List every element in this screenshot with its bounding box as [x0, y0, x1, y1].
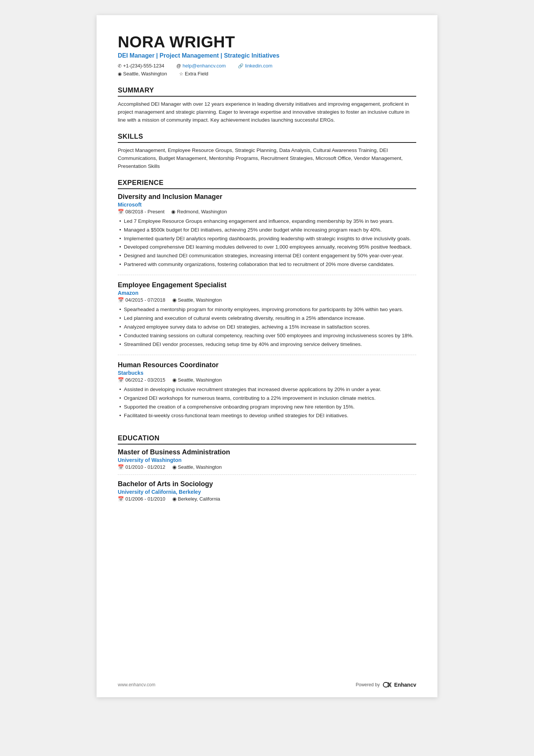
location-icon-3: ◉ [172, 377, 176, 383]
candidate-title: DEI Manager | Project Management | Strat… [118, 52, 416, 59]
company-name-3: Starbucks [118, 370, 416, 376]
bullet-item: Implemented quarterly DEI analytics repo… [118, 235, 416, 243]
job-title-1: Diversity and Inclusion Manager [118, 193, 416, 201]
bullet-item: Organized DEI workshops for numerous tea… [118, 394, 416, 402]
bullet-item: Partnered with community organizations, … [118, 261, 416, 269]
education-title: EDUCATION [118, 434, 416, 445]
footer-website: www.enhancv.com [118, 682, 155, 687]
company-name-1: Microsoft [118, 202, 416, 208]
star-icon: ☆ [179, 71, 183, 77]
edu-degree-1: Master of Business Administration [118, 448, 416, 456]
job-location-1: ◉ Redmond, Washington [171, 209, 227, 214]
phone-icon: ✆ [118, 63, 122, 69]
job-location-3: ◉ Seattle, Washington [172, 377, 222, 383]
job-date-1: 📅 08/2018 - Present [118, 209, 164, 214]
edu-entry-uw: Master of Business Administration Univer… [118, 448, 416, 475]
summary-title: SUMMARY [118, 86, 416, 97]
edu-school-1: University of Washington [118, 457, 416, 463]
bullet-item: Led planning and execution of cultural e… [118, 315, 416, 322]
edu-location-1: ◉ Seattle, Washington [172, 464, 222, 470]
experience-section: EXPERIENCE Diversity and Inclusion Manag… [118, 179, 416, 426]
job-title-3: Human Resources Coordinator [118, 361, 416, 369]
resume-page: NORA WRIGHT DEI Manager | Project Manage… [97, 15, 437, 697]
bullet-item: Facilitated bi-weekly cross-functional t… [118, 412, 416, 420]
bullet-item: Managed a $500k budget for DEI initiativ… [118, 226, 416, 234]
bullet-item: Spearheaded a mentorship program for min… [118, 306, 416, 314]
job-meta-2: 📅 04/2015 - 07/2018 ◉ Seattle, Washingto… [118, 297, 416, 303]
bullet-item: Supported the creation of a comprehensiv… [118, 403, 416, 411]
powered-by-text: Powered by [356, 682, 379, 687]
job-meta-3: 📅 06/2012 - 03/2015 ◉ Seattle, Washingto… [118, 377, 416, 383]
experience-title: EXPERIENCE [118, 179, 416, 189]
job-date-2: 📅 04/2015 - 07/2018 [118, 297, 166, 303]
contact-email: @ help@enhancv.com [176, 63, 226, 69]
skills-title: SKILLS [118, 133, 416, 143]
enhancv-logo: Enhancv [382, 681, 416, 688]
location-icon: ◉ [118, 71, 122, 77]
bullet-item: Designed and launched DEI communication … [118, 252, 416, 260]
summary-text: Accomplished DEI Manager with over 12 ye… [118, 100, 416, 124]
job-location-2: ◉ Seattle, Washington [172, 297, 222, 303]
location-icon-edu2: ◉ [172, 496, 176, 502]
location-icon-2: ◉ [172, 297, 176, 303]
edu-meta-1: 📅 01/2010 - 01/2012 ◉ Seattle, Washingto… [118, 464, 416, 470]
skills-section: SKILLS Project Management, Employee Reso… [118, 133, 416, 171]
enhancv-brand-name: Enhancv [394, 682, 416, 688]
calendar-icon-3: 📅 [118, 377, 124, 383]
email-icon: @ [176, 63, 181, 69]
education-section: EDUCATION Master of Business Administrat… [118, 434, 416, 506]
footer: www.enhancv.com Powered by Enhancv [118, 681, 416, 688]
job-title-2: Employee Engagement Specialist [118, 281, 416, 289]
location-icon-1: ◉ [171, 209, 175, 214]
edu-date-1: 📅 01/2010 - 01/2012 [118, 464, 166, 470]
edu-school-2: University of California, Berkeley [118, 489, 416, 495]
edu-date-2: 📅 01/2006 - 01/2010 [118, 496, 166, 502]
contact-row-1: ✆ +1-(234)-555-1234 @ help@enhancv.com 🔗… [118, 63, 416, 70]
calendar-icon-edu2: 📅 [118, 496, 124, 502]
job-entry-amazon: Employee Engagement Specialist Amazon 📅 … [118, 281, 416, 355]
footer-brand: Powered by Enhancv [356, 681, 416, 688]
summary-section: SUMMARY Accomplished DEI Manager with ov… [118, 86, 416, 124]
bullet-item: Developed comprehensive DEI learning mod… [118, 243, 416, 251]
contact-phone: ✆ +1-(234)-555-1234 [118, 63, 164, 69]
edu-meta-2: 📅 01/2006 - 01/2010 ◉ Berkeley, Californ… [118, 496, 416, 502]
location-icon-edu1: ◉ [172, 464, 176, 470]
linkedin-icon: 🔗 [238, 63, 244, 69]
candidate-name: NORA WRIGHT [118, 33, 416, 51]
job-date-3: 📅 06/2012 - 03/2015 [118, 377, 166, 383]
enhancv-logo-icon [382, 681, 393, 688]
job-meta-1: 📅 08/2018 - Present ◉ Redmond, Washingto… [118, 209, 416, 214]
calendar-icon-2: 📅 [118, 297, 124, 303]
bullet-item: Assisted in developing inclusive recruit… [118, 386, 416, 394]
bullet-item: Led 7 Employee Resource Groups enhancing… [118, 218, 416, 225]
edu-entry-ucb: Bachelor of Arts in Sociology University… [118, 480, 416, 506]
edu-location-2: ◉ Berkeley, California [172, 496, 220, 502]
contact-linkedin: 🔗 linkedin.com [238, 63, 272, 69]
calendar-icon-1: 📅 [118, 209, 124, 214]
job-entry-microsoft: Diversity and Inclusion Manager Microsof… [118, 193, 416, 275]
job-bullets-1: Led 7 Employee Resource Groups enhancing… [118, 218, 416, 269]
contact-location: ◉ Seattle, Washington [118, 71, 167, 77]
bullet-item: Analyzed employee survey data to advise … [118, 323, 416, 331]
job-entry-starbucks: Human Resources Coordinator Starbucks 📅 … [118, 361, 416, 426]
bullet-item: Conducted training sessions on cultural … [118, 332, 416, 340]
contact-extra: ☆ Extra Field [179, 71, 208, 77]
job-bullets-3: Assisted in developing inclusive recruit… [118, 386, 416, 420]
company-name-2: Amazon [118, 290, 416, 296]
calendar-icon-edu1: 📅 [118, 464, 124, 470]
contact-row-2: ◉ Seattle, Washington ☆ Extra Field [118, 71, 416, 78]
skills-text: Project Management, Employee Resource Gr… [118, 147, 416, 171]
edu-degree-2: Bachelor of Arts in Sociology [118, 480, 416, 488]
job-bullets-2: Spearheaded a mentorship program for min… [118, 306, 416, 349]
header-section: NORA WRIGHT DEI Manager | Project Manage… [118, 33, 416, 78]
bullet-item: Streamlined DEI vendor processes, reduci… [118, 341, 416, 349]
